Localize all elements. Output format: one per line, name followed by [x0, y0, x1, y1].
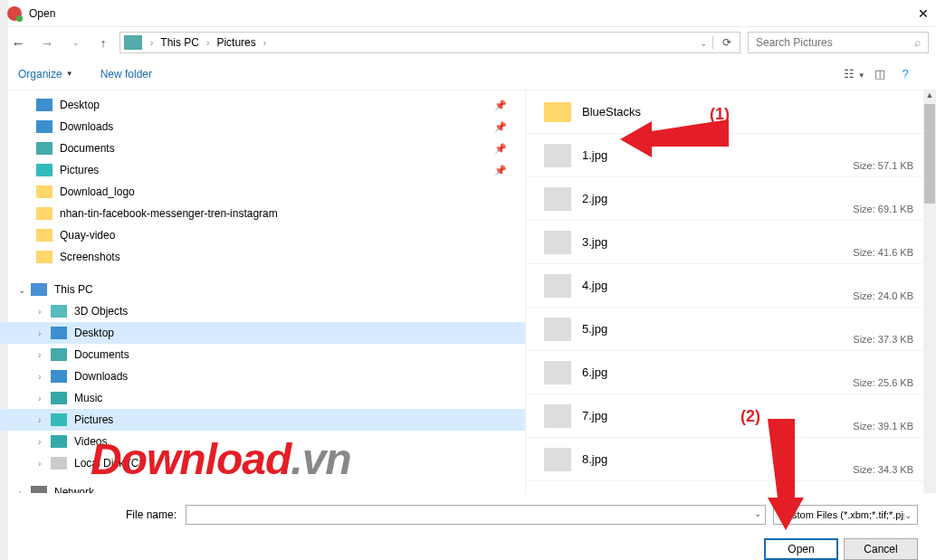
file-name: 8.jpg: [582, 452, 607, 466]
chevron-right-icon: ›: [38, 415, 51, 425]
chevron-right-icon: ›: [18, 488, 31, 494]
tree-item[interactable]: ›Music: [0, 387, 525, 409]
file-thumbnail: [544, 187, 571, 211]
organize-menu[interactable]: Organize ▼: [18, 68, 73, 81]
tree-item[interactable]: ›Pictures: [0, 409, 525, 431]
scroll-thumb[interactable]: [924, 104, 935, 204]
file-size: Size: 34.3 KB: [853, 464, 913, 475]
up-button[interactable]: ↑: [94, 36, 112, 50]
cancel-button[interactable]: Cancel: [844, 538, 918, 560]
desktop-icon: [51, 327, 67, 339]
file-list: BlueStacks1.jpgSize: 57.1 KB2.jpgSize: 6…: [525, 90, 936, 493]
desktop-icon: [36, 99, 53, 111]
file-name: BlueStacks: [582, 105, 641, 119]
chevron-right-icon: ›: [38, 459, 51, 469]
network-icon: [31, 486, 47, 493]
docs-icon: [36, 142, 53, 155]
chevron-right-icon: ›: [38, 437, 51, 447]
tree-item[interactable]: ›Desktop: [0, 322, 525, 344]
pics-icon: [51, 413, 67, 426]
recent-dropdown[interactable]: ⌄: [65, 38, 87, 47]
titlebar: Open ✕: [0, 0, 936, 27]
refresh-button[interactable]: ⟳: [712, 36, 740, 49]
file-name: 3.jpg: [582, 235, 607, 249]
file-thumbnail: [544, 144, 571, 167]
file-size: Size: 25.6 KB: [853, 377, 913, 388]
filename-field[interactable]: ⌄: [186, 505, 766, 525]
file-thumbnail: [544, 318, 571, 341]
file-row[interactable]: 5.jpgSize: 37.3 KB: [526, 308, 936, 351]
address-bar[interactable]: › This PC › Pictures › ⌄ ⟳: [119, 32, 740, 53]
folder-icon: [36, 229, 53, 242]
file-thumbnail: [544, 448, 571, 471]
tree-item[interactable]: Desktop📌: [0, 94, 525, 116]
scrollbar[interactable]: ▲: [923, 90, 936, 493]
breadcrumb-thispc[interactable]: This PC: [158, 36, 202, 49]
file-row[interactable]: 3.jpgSize: 41.6 KB: [526, 221, 936, 264]
tree-item[interactable]: Downloads📌: [0, 116, 525, 138]
chevron-right-icon: ›: [38, 328, 51, 338]
tree-item-thispc[interactable]: ⌄This PC: [0, 279, 525, 300]
filename-label: File name:: [18, 508, 177, 521]
file-row[interactable]: BlueStacks: [526, 90, 936, 134]
address-dropdown[interactable]: ⌄: [694, 38, 712, 48]
tree-item[interactable]: ›Local Disk (C:): [0, 452, 525, 474]
view-menu[interactable]: ☷ ▼: [842, 67, 867, 81]
tree-item[interactable]: Pictures📌: [0, 159, 525, 181]
file-row[interactable]: 2.jpgSize: 69.1 KB: [526, 177, 936, 221]
new-folder-button[interactable]: New folder: [100, 68, 152, 81]
search-box[interactable]: ⌕: [748, 32, 929, 53]
dialog-buttons: Open Cancel: [0, 533, 936, 560]
toolbar: Organize ▼ New folder ☷ ▼ ◫ ?: [0, 58, 936, 90]
tree-item[interactable]: ›Videos: [0, 431, 525, 452]
tree-item[interactable]: Screenshots: [0, 246, 525, 268]
tree-item-network[interactable]: ›Network: [0, 481, 525, 493]
preview-toggle[interactable]: ◫: [867, 67, 893, 81]
tree-item[interactable]: ›Downloads: [0, 365, 525, 387]
file-row[interactable]: 1.jpgSize: 57.1 KB: [526, 134, 936, 177]
download-icon: [51, 370, 67, 383]
search-input[interactable]: [756, 36, 914, 49]
forward-button[interactable]: →: [36, 35, 58, 51]
folder-icon: [36, 251, 53, 263]
disk-icon: [51, 457, 67, 470]
3d-icon: [51, 305, 67, 318]
back-button[interactable]: ←: [7, 35, 29, 51]
chevron-right-icon: ›: [38, 372, 51, 382]
filename-input[interactable]: [192, 506, 759, 524]
footer: File name: ⌄ Custom Files (*.xbm;*.tif;*…: [0, 493, 936, 533]
folder-icon: [36, 207, 53, 220]
tree-item[interactable]: Download_logo: [0, 181, 525, 203]
tree-item[interactable]: ›Documents: [0, 344, 525, 365]
chevron-right-icon: ›: [146, 38, 158, 48]
folder-icon: [544, 102, 571, 122]
tree-item[interactable]: nhan-tin-facebook-messenger-tren-instagr…: [0, 203, 525, 224]
file-type-filter[interactable]: Custom Files (*.xbm;*.tif;*.pjp;* ⌄: [773, 505, 918, 525]
file-name: 7.jpg: [582, 409, 607, 422]
file-row[interactable]: 6.jpgSize: 25.6 KB: [526, 351, 936, 394]
pics-icon: [36, 164, 53, 176]
pin-icon: 📌: [494, 143, 507, 155]
file-row[interactable]: 8.jpgSize: 34.3 KB: [526, 438, 936, 481]
file-name: 4.jpg: [582, 279, 607, 292]
pc-icon: [31, 283, 47, 296]
file-name: 2.jpg: [582, 192, 607, 205]
chevron-down-icon[interactable]: ⌄: [754, 508, 761, 518]
open-button[interactable]: Open: [764, 538, 838, 560]
file-size: Size: 57.1 KB: [853, 160, 913, 171]
pin-icon: 📌: [494, 165, 507, 176]
tree-item[interactable]: Quay-video: [0, 224, 525, 246]
file-row[interactable]: 4.jpgSize: 24.0 KB: [526, 264, 936, 308]
file-thumbnail: [544, 361, 571, 384]
file-size: Size: 24.0 KB: [853, 290, 913, 301]
file-thumbnail: [544, 404, 571, 428]
tree-item[interactable]: ›3D Objects: [0, 300, 525, 322]
music-icon: [51, 392, 67, 404]
file-row[interactable]: 7.jpgSize: 39.1 KB: [526, 394, 936, 438]
pin-icon: 📌: [494, 121, 507, 133]
close-button[interactable]: ✕: [893, 6, 929, 21]
download-icon: [36, 120, 53, 133]
breadcrumb-pictures[interactable]: Pictures: [214, 36, 258, 49]
help-button[interactable]: ?: [893, 67, 918, 81]
tree-item[interactable]: Documents📌: [0, 138, 525, 159]
